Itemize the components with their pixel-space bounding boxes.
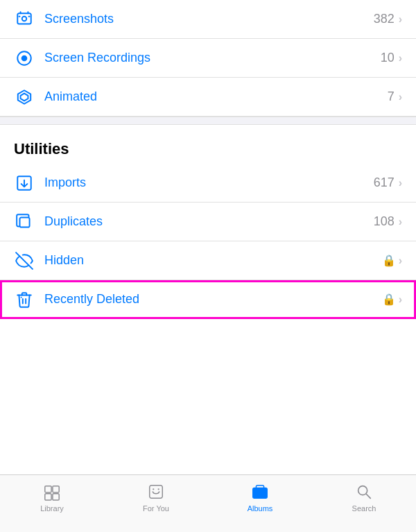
hidden-label: Hidden [44,253,382,268]
tab-bar: Library For You Albums [0,474,416,532]
animated-label: Animated [44,89,388,104]
list-item-imports[interactable]: Imports 617 › [0,164,416,203]
tab-for-you[interactable]: For You [104,482,208,513]
utilities-header: Utilities [0,125,416,164]
screen-recordings-label: Screen Recordings [44,51,381,65]
duplicates-chevron: › [399,216,402,228]
imports-icon [14,173,35,194]
animated-chevron: › [399,91,402,103]
content-area: Screenshots 382 › Screen Recordings 10 › [0,0,416,474]
hidden-chevron: › [399,255,402,267]
duplicates-label: Duplicates [44,214,374,229]
svg-line-19 [366,494,370,498]
library-tab-icon [42,482,62,501]
list-item-screenshots[interactable]: Screenshots 382 › [0,0,416,39]
recently-deleted-label: Recently Deleted [44,292,382,307]
list-item-duplicates[interactable]: Duplicates 108 › [0,203,416,241]
hidden-lock: 🔒 [382,254,396,267]
imports-label: Imports [44,175,374,190]
svg-rect-13 [53,494,59,500]
svg-rect-14 [150,486,163,499]
screenshots-chevron: › [399,13,402,26]
svg-rect-0 [17,13,31,24]
svg-rect-17 [253,488,267,498]
svg-point-1 [22,16,27,21]
section-separator [0,117,416,125]
library-tab-label: Library [40,504,64,513]
search-tab-label: Search [352,504,376,513]
utilities-section: Utilities Imports 617 › Duplicates 108 [0,125,416,319]
svg-point-3 [21,55,28,61]
svg-marker-5 [21,93,28,101]
screen-recordings-chevron: › [399,52,402,65]
list-item-hidden[interactable]: Hidden 🔒 › [0,241,416,280]
recently-deleted-chevron: › [399,293,402,306]
animated-icon [14,87,35,108]
svg-rect-12 [45,494,51,500]
screen-recordings-icon [14,48,35,69]
imports-chevron: › [399,177,402,189]
for-you-tab-icon [146,482,166,501]
top-section: Screenshots 382 › Screen Recordings 10 › [0,0,416,117]
list-item-recently-deleted[interactable]: Recently Deleted 🔒 › [0,280,416,319]
screenshots-icon [14,9,35,30]
recently-deleted-lock: 🔒 [382,293,396,306]
screenshots-label: Screenshots [44,12,374,26]
svg-rect-7 [20,217,30,227]
duplicates-icon [14,212,35,232]
imports-count: 617 [374,175,395,190]
tab-albums[interactable]: Albums [208,482,312,513]
hidden-icon [14,250,35,271]
for-you-tab-label: For You [143,504,169,513]
duplicates-count: 108 [374,214,395,229]
albums-tab-label: Albums [248,504,273,513]
search-tab-icon [354,482,374,501]
tab-library[interactable]: Library [0,482,104,513]
svg-marker-4 [18,90,31,104]
recently-deleted-icon [14,289,35,310]
animated-count: 7 [388,89,395,104]
list-item-screen-recordings[interactable]: Screen Recordings 10 › [0,39,416,78]
screenshots-count: 382 [374,12,395,26]
svg-rect-11 [53,486,59,492]
list-item-animated[interactable]: Animated 7 › [0,78,416,117]
albums-tab-icon [250,482,270,501]
svg-rect-10 [45,486,51,492]
tab-search[interactable]: Search [312,482,416,513]
screen-recordings-count: 10 [381,51,395,65]
